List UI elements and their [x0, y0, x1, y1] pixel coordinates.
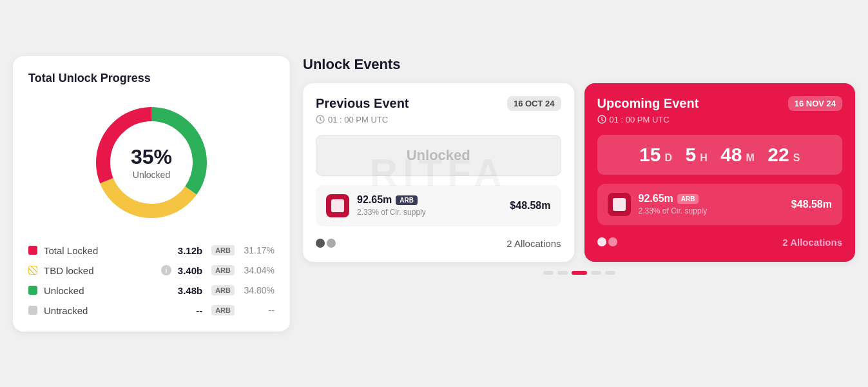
upcoming-alloc-dot-1: [597, 237, 606, 246]
legend-item-unlocked: Unlocked 3.48b ARB 34.80%: [28, 285, 275, 296]
legend-item-locked: Total Locked 3.12b ARB 31.17%: [28, 245, 275, 256]
legend-value-untracked: --: [196, 305, 202, 316]
previous-token-supply: 2.33% of Cir. supply: [357, 208, 502, 217]
legend-dot-untracked: [28, 306, 37, 315]
upcoming-token-amount: 92.65m: [639, 193, 673, 204]
countdown-seconds: 22: [767, 144, 789, 166]
previous-token-row: 92.65m ARB 2.33% of Cir. supply $48.58m: [316, 185, 561, 226]
clock-icon: [316, 115, 325, 124]
upcoming-token-badge: ARB: [677, 194, 699, 204]
legend-dot-unlocked: [28, 286, 37, 295]
left-card: Total Unlock Progress 35% Unlocked: [13, 56, 290, 332]
donut-label: Unlocked: [133, 169, 170, 179]
scroll-indicators: [303, 271, 855, 275]
upcoming-token-info: 92.65m ARB 2.33% of Cir. supply: [639, 193, 784, 215]
donut-center: 35% Unlocked: [131, 144, 172, 180]
legend-dot-locked: [28, 246, 37, 255]
upcoming-alloc-dots: [597, 237, 617, 246]
right-section: Unlock Events RITFA Previous Event 16 OC…: [303, 56, 855, 332]
countdown-hours-unit: H: [700, 152, 708, 164]
scroll-dot-1[interactable]: [543, 271, 554, 275]
legend-pct-locked: 31.17%: [244, 245, 275, 255]
donut-chart: 35% Unlocked: [87, 98, 216, 227]
alloc-dot-2: [327, 239, 336, 248]
legend-pct-unlocked: 34.80%: [244, 285, 275, 295]
previous-token-amount-row: 92.65m ARB: [357, 194, 502, 206]
scroll-dot-2[interactable]: [557, 271, 568, 275]
legend-name-tbd: TBD locked: [44, 265, 155, 276]
legend-name-unlocked: Unlocked: [44, 285, 171, 296]
upcoming-event-name: Upcoming Event: [597, 96, 699, 111]
upcoming-allocations-label: 2 Allocations: [782, 237, 842, 248]
upcoming-token-amount-row: 92.65m ARB: [639, 193, 784, 204]
upcoming-alloc-dot-2: [608, 237, 617, 246]
donut-percent: 35%: [131, 144, 172, 168]
previous-allocations-label: 2 Allocations: [506, 238, 561, 249]
upcoming-token-usd: $48.58m: [791, 199, 832, 210]
legend-pct-tbd: 34.04%: [244, 265, 275, 275]
upcoming-token-row: 92.65m ARB 2.33% of Cir. supply $48.58m: [597, 184, 843, 225]
previous-token-icon: [326, 194, 349, 217]
previous-event-card: RITFA Previous Event 16 OCT 24 01 : 00 P…: [303, 83, 574, 262]
arb-icon-upcoming: [613, 198, 626, 211]
legend-value-locked: 3.12b: [178, 245, 202, 256]
main-container: Total Unlock Progress 35% Unlocked: [13, 56, 855, 332]
arb-icon: [331, 199, 344, 212]
previous-alloc-dots: [316, 239, 336, 248]
clock-icon-upcoming: [597, 115, 606, 124]
countdown-hours: 5: [685, 144, 696, 166]
legend-pct-untracked: --: [244, 305, 275, 315]
legend-dot-tbd: [28, 266, 37, 275]
previous-event-date: 16 OCT 24: [507, 96, 561, 111]
previous-token-badge: ARB: [396, 195, 418, 205]
legend-badge-tbd: ARB: [211, 265, 235, 275]
scroll-dot-5[interactable]: [605, 271, 615, 275]
countdown-seconds-unit: S: [793, 152, 800, 164]
legend-list: Total Locked 3.12b ARB 31.17% TBD locked…: [28, 245, 275, 316]
countdown-timer: 15D 5H 48M 22S: [597, 135, 843, 175]
info-icon-tbd[interactable]: i: [161, 265, 171, 275]
upcoming-event-time: 01 : 00 PM UTC: [597, 115, 843, 124]
legend-name-locked: Total Locked: [44, 245, 171, 256]
upcoming-token-supply: 2.33% of Cir. supply: [639, 206, 784, 215]
previous-event-time: 01 : 00 PM UTC: [316, 115, 561, 124]
events-row: RITFA Previous Event 16 OCT 24 01 : 00 P…: [303, 83, 855, 262]
countdown-days-unit: D: [664, 152, 672, 164]
previous-event-header: Previous Event 16 OCT 24: [316, 96, 561, 111]
previous-token-usd: $48.58m: [510, 200, 550, 212]
scroll-dot-3[interactable]: [572, 271, 587, 275]
legend-badge-untracked: ARB: [211, 305, 235, 315]
legend-value-tbd: 3.40b: [178, 265, 202, 276]
countdown-minutes-unit: M: [746, 152, 755, 164]
legend-badge-unlocked: ARB: [211, 285, 235, 295]
countdown-minutes: 48: [720, 144, 742, 166]
upcoming-event-header: Upcoming Event 16 NOV 24: [597, 96, 843, 111]
scroll-dot-4[interactable]: [591, 271, 601, 275]
upcoming-allocations-footer: 2 Allocations: [597, 234, 843, 248]
previous-event-name: Previous Event: [316, 96, 409, 111]
legend-name-untracked: Untracked: [44, 305, 189, 316]
countdown-days: 15: [639, 144, 661, 166]
donut-container: 35% Unlocked: [28, 98, 275, 227]
upcoming-token-icon: [608, 193, 631, 216]
upcoming-event-card: Upcoming Event 16 NOV 24 01 : 00 PM UTC …: [584, 83, 856, 262]
unlocked-pill: Unlocked: [316, 135, 561, 176]
legend-item-tbd: TBD locked i 3.40b ARB 34.04%: [28, 265, 275, 276]
upcoming-event-date: 16 NOV 24: [788, 96, 842, 111]
previous-token-info: 92.65m ARB 2.33% of Cir. supply: [357, 194, 502, 217]
alloc-dot-1: [316, 239, 325, 248]
legend-item-untracked: Untracked -- ARB --: [28, 305, 275, 316]
legend-value-unlocked: 3.48b: [178, 285, 202, 296]
previous-token-amount: 92.65m: [357, 194, 392, 206]
left-card-title: Total Unlock Progress: [28, 72, 275, 85]
section-title: Unlock Events: [303, 56, 855, 73]
legend-badge-locked: ARB: [211, 245, 235, 255]
previous-allocations-footer: 2 Allocations: [316, 235, 561, 249]
